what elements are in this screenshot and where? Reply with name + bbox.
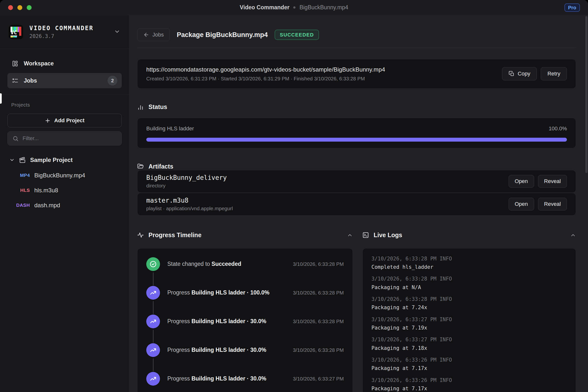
trending-up-icon — [150, 375, 156, 382]
minimize-window-button[interactable] — [18, 5, 22, 10]
logs-header: Live Logs — [362, 230, 576, 241]
page-header: Jobs Package BigBuckBunny.mp4 SUCCEEDED — [137, 28, 576, 41]
logo-text: VC — [10, 30, 17, 36]
source-card: https://commondatastorage.googleapis.com… — [137, 59, 576, 89]
titlebar-title: Video Commander BigBuckBunny.mp4 — [0, 4, 588, 11]
event-detail: Building HLS ladder · 30.0% — [191, 318, 266, 324]
log-message: Packaging at N/A — [372, 284, 567, 291]
folder-open-icon — [137, 163, 144, 170]
file-format-tag: DASH — [7, 202, 30, 208]
back-to-jobs-button[interactable]: Jobs — [137, 28, 170, 41]
log-entry: 3/10/2026, 6:33:28 PM INFO Completed hls… — [372, 255, 567, 271]
chevron-down-icon[interactable] — [9, 157, 15, 163]
app-name: VIDEO COMMANDER — [30, 25, 108, 32]
file-name: dash.mpd — [34, 202, 60, 209]
reveal-artifact-button[interactable]: Reveal — [538, 198, 567, 210]
log-timestamp: 3/10/2026, 6:33:28 PM INFO — [372, 276, 567, 282]
event-prefix: Progress — [167, 318, 190, 324]
log-entry: 3/10/2026, 6:33:27 PM INFO Packaging at … — [372, 336, 567, 352]
trending-up-icon — [150, 347, 156, 354]
file-name: BigBuckBunny.mp4 — [34, 172, 85, 179]
clapperboard-icon — [19, 157, 26, 164]
open-artifact-button[interactable]: Open — [508, 175, 534, 188]
pro-badge[interactable]: Pro — [564, 4, 580, 12]
add-project-button[interactable]: Add Project — [7, 114, 122, 128]
sidebar-header[interactable]: VC VIDEO COMMANDER 2026.3.7 — [0, 15, 129, 49]
logs-column: Live Logs 3/10/2026, 6:33:28 PM INFO Com… — [362, 230, 576, 392]
event-timestamp: 3/10/2026, 6:33:28 PM — [293, 347, 344, 353]
arrow-left-icon — [143, 32, 149, 38]
tree-file-row[interactable]: DASH dash.mpd — [7, 200, 122, 211]
event-detail: Building HLS ladder · 100.0% — [191, 289, 269, 296]
copy-button-label: Copy — [518, 70, 530, 77]
log-entry: 3/10/2026, 6:33:28 PM INFO Packaging at … — [372, 276, 567, 291]
event-timestamp: 3/10/2026, 6:33:28 PM — [293, 261, 344, 267]
event-detail: Building HLS ladder · 30.0% — [191, 347, 266, 353]
log-timestamp: 3/10/2026, 6:33:27 PM INFO — [372, 336, 567, 343]
chevron-up-icon[interactable] — [570, 232, 576, 238]
filter-input[interactable] — [22, 135, 116, 142]
progress-bar-fill — [146, 138, 567, 142]
copy-icon — [508, 71, 514, 77]
jobs-count-badge: 2 — [108, 76, 117, 86]
tree-children: MP4 BigBuckBunny.mp4 HLS hls.m3u8 DASH d… — [7, 170, 122, 211]
open-artifact-button[interactable]: Open — [508, 198, 534, 210]
project-filter[interactable] — [7, 131, 122, 146]
log-timestamp: 3/10/2026, 6:33:28 PM INFO — [372, 255, 567, 262]
project-tree: Sample Project MP4 BigBuckBunny.mp4 HLS … — [0, 146, 129, 211]
artifact-description: playlist · application/vnd.apple.mpegurl — [146, 206, 233, 212]
log-message: Packaging at 7.17x — [372, 365, 567, 372]
log-timestamp: 3/10/2026, 6:33:28 PM INFO — [372, 296, 567, 302]
active-nav-indicator — [0, 93, 2, 104]
timeline-panel: State changed to Succeeded 3/10/2026, 6:… — [137, 248, 353, 392]
main-scrollbar[interactable] — [585, 15, 588, 392]
artifact-card: master.m3u8 playlist · application/vnd.a… — [137, 193, 576, 216]
log-message: Packaging at 7.19x — [372, 324, 567, 331]
retry-button[interactable]: Retry — [541, 67, 567, 80]
job-meta-times: Created 3/10/2026, 6:31:23 PM · Started … — [146, 76, 385, 82]
reveal-artifact-button[interactable]: Reveal — [538, 175, 567, 188]
terminal-icon — [362, 232, 369, 238]
event-prefix: Progress — [167, 289, 190, 296]
event-detail: Succeeded — [212, 261, 241, 267]
progress-bar-track — [146, 138, 567, 142]
scrollbar-thumb[interactable] — [585, 16, 588, 173]
logs-panel[interactable]: 3/10/2026, 6:33:28 PM INFO Completed hls… — [362, 248, 576, 392]
timeline-event: State changed to Succeeded 3/10/2026, 6:… — [146, 257, 344, 286]
file-format-tag: HLS — [7, 188, 30, 193]
sidebar-item-jobs[interactable]: Jobs 2 — [7, 73, 122, 88]
chevron-down-icon[interactable] — [114, 28, 120, 36]
status-badge: SUCCEEDED — [275, 30, 319, 40]
app-window: Video Commander BigBuckBunny.mp4 Pro VC … — [0, 0, 588, 392]
timeline-event: Progress Building HLS ladder · 30.0% 3/1… — [146, 372, 344, 392]
tree-file-row[interactable]: MP4 BigBuckBunny.mp4 — [7, 170, 122, 181]
projects-section-label: Projects — [7, 102, 122, 108]
log-message: Completed hls_ladder — [372, 264, 567, 270]
timeline-event-icon — [146, 257, 160, 271]
nav-label: Jobs — [24, 78, 37, 84]
source-url: https://commondatastorage.googleapis.com… — [146, 66, 385, 73]
zoom-window-button[interactable] — [27, 5, 32, 10]
event-prefix: State changed to — [167, 261, 210, 267]
app-logo: VC — [9, 25, 23, 39]
sidebar-item-workspace[interactable]: Workspace — [7, 56, 122, 70]
tree-project-row[interactable]: Sample Project — [7, 154, 122, 166]
header-divider — [137, 48, 576, 48]
log-timestamp: 3/10/2026, 6:33:27 PM INFO — [372, 316, 567, 323]
sidebar: VC VIDEO COMMANDER 2026.3.7 Workspace — [0, 15, 129, 392]
workspace-layout-icon — [12, 60, 18, 67]
titlebar-app-name: Video Commander — [240, 4, 290, 11]
timeline-event: Progress Building HLS ladder · 30.0% 3/1… — [146, 343, 344, 372]
page-title: Package BigBuckBunny.mp4 — [177, 31, 268, 39]
copy-button[interactable]: Copy — [502, 67, 537, 80]
window-controls — [0, 5, 32, 10]
sidebar-projects-section: Projects Add Project — [0, 95, 129, 146]
close-window-button[interactable] — [8, 5, 13, 10]
chevron-up-icon[interactable] — [347, 232, 353, 238]
check-circle-icon — [150, 260, 157, 268]
log-message: Packaging at 7.18x — [372, 345, 567, 352]
log-entry: 3/10/2026, 6:33:26 PM INFO Packaging at … — [372, 356, 567, 372]
tree-file-row[interactable]: HLS hls.m3u8 — [7, 185, 122, 196]
file-name: hls.m3u8 — [34, 187, 58, 194]
timeline-event: Progress Building HLS ladder · 100.0% 3/… — [146, 286, 344, 314]
